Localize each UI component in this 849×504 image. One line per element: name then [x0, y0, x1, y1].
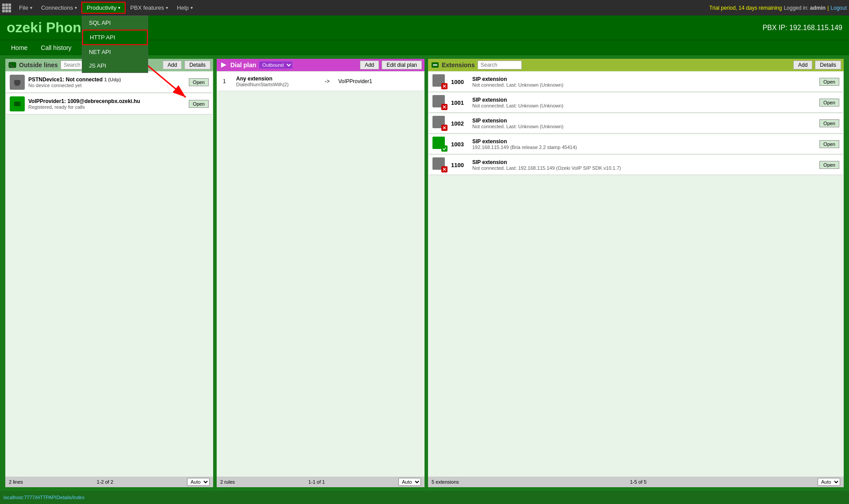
menubar: File ▾ Connections ▾ Productivity ▾ PBX … [0, 0, 849, 15]
pstn-device-open-button[interactable]: Open [189, 78, 209, 86]
extensions-details-button[interactable]: Details [815, 61, 841, 69]
ext-1003-badge [441, 145, 447, 152]
outside-line-item: VoIPProvider1: 1009@debrecenpbx.ozeki.hu… [6, 94, 212, 115]
svg-text:📞: 📞 [10, 63, 14, 68]
extension-item: 1002 SIP extension Not connected. Last: … [429, 114, 843, 134]
outside-lines-panel: 📞 Outside lines Add Details PSTNDevice1:… [5, 59, 213, 487]
nav-callhistory[interactable]: Call history [34, 42, 78, 53]
extensions-count: 5 extensions [432, 479, 459, 485]
extensions-header: Extensions Add Details [428, 59, 844, 71]
svg-marker-7 [221, 62, 226, 68]
menu-file[interactable]: File ▾ [15, 3, 37, 13]
extensions-pages: 1-5 of 5 [630, 479, 646, 485]
ext-1100-badge [441, 166, 447, 172]
ext-1001-icon-wrapper [432, 95, 447, 110]
ext-1001-badge [441, 104, 447, 110]
outside-lines-footer: 2 lines 1-2 of 2 Auto [5, 477, 213, 487]
ext-1000-open-button[interactable]: Open [819, 78, 839, 86]
extensions-footer: 5 extensions 1-5 of 5 Auto [428, 477, 844, 487]
nav-home[interactable]: Home [4, 42, 34, 53]
outside-lines-details-button[interactable]: Details [184, 61, 210, 69]
outside-line-item: PSTNDevice1: Not connected 1 (Udp) No de… [6, 72, 212, 93]
extensions-icon [431, 61, 440, 69]
dial-plan-footer: 2 rules 1-1 of 1 Auto [217, 477, 424, 487]
main-content: 📞 Outside lines Add Details PSTNDevice1:… [0, 55, 849, 491]
grid-icon[interactable] [2, 4, 11, 12]
dropdown-http-api[interactable]: HTTP API [82, 30, 148, 45]
ext-1003-icon-wrapper [432, 137, 447, 152]
extensions-auto-select[interactable]: Auto [818, 478, 840, 486]
outside-lines-icon: 📞 [8, 61, 17, 69]
outside-lines-pages: 1-2 of 2 [97, 479, 113, 485]
outside-lines-title: 📞 Outside lines [8, 61, 58, 69]
outside-lines-add-button[interactable]: Add [163, 61, 182, 69]
dial-plan-pages: 1-1 of 1 [308, 479, 325, 485]
ext-1002-open-button[interactable]: Open [819, 119, 839, 127]
trial-text: Trial period, 14 days remaining [709, 5, 782, 11]
ext-1100-open-button[interactable]: Open [819, 161, 839, 169]
pstn-icon [10, 75, 25, 90]
ext-1002-badge [441, 125, 447, 131]
extension-item: 1001 SIP extension Not connected. Last: … [429, 93, 843, 113]
extensions-add-button[interactable]: Add [793, 61, 812, 69]
dial-plan-count: 2 rules [220, 479, 235, 485]
pbx-ip: PBX IP: 192.168.115.149 [762, 24, 842, 32]
dial-plan-header: Dial plan Outbound Add Edit dial plan [217, 59, 424, 71]
dial-plan-panel: Dial plan Outbound Add Edit dial plan 1 … [217, 59, 424, 487]
trial-info: Trial period, 14 days remaining Logged i… [709, 5, 847, 11]
ext-1003-open-button[interactable]: Open [819, 140, 839, 148]
menu-connections[interactable]: Connections ▾ [37, 3, 81, 13]
dialplan-icon [219, 61, 228, 69]
extensions-panel: Extensions Add Details 1000 SIP extensio… [428, 59, 844, 487]
dial-plan-add-button[interactable]: Add [360, 61, 379, 69]
extension-item: 1100 SIP extension Not connected. Last: … [429, 155, 843, 175]
svg-rect-5 [15, 84, 19, 86]
svg-rect-4 [14, 80, 20, 84]
statusbar: localhost:7777/HTTPAPIDetails/Index [0, 491, 849, 504]
voip-provider-info: VoIPProvider1: 1009@debrecenpbx.ozeki.hu… [28, 98, 185, 110]
ext-1001-open-button[interactable]: Open [819, 99, 839, 107]
dial-plan-auto-select[interactable]: Auto [398, 478, 421, 486]
svg-rect-9 [433, 64, 437, 66]
voip-provider-open-button[interactable]: Open [189, 100, 209, 108]
extensions-search[interactable] [478, 61, 522, 69]
svg-rect-6 [14, 102, 20, 106]
ext-1002-icon-wrapper [432, 116, 447, 131]
ext-1000-badge [441, 83, 447, 89]
pstn-device-info: PSTNDevice1: Not connected 1 (Udp) No de… [28, 76, 185, 88]
dropdown-sql-api[interactable]: SQL API [82, 16, 148, 30]
menu-productivity[interactable]: Productivity ▾ [81, 2, 126, 14]
dropdown-net-api[interactable]: NET API [82, 45, 148, 59]
extension-item: 1003 SIP extension 192.168.115.149 (Bria… [429, 134, 843, 154]
dropdown-js-api[interactable]: JS API [82, 59, 148, 73]
voip-provider-icon [10, 96, 25, 111]
logged-in-label: Logged in: admin [784, 5, 826, 11]
outside-lines-auto-select[interactable]: Auto [187, 478, 210, 486]
extensions-content: 1000 SIP extension Not connected. Last: … [428, 71, 844, 477]
dial-plan-edit-button[interactable]: Edit dial plan [382, 61, 422, 69]
status-url: localhost:7777/HTTPAPIDetails/Index [4, 495, 84, 500]
dial-plan-content: 1 Any extension DialedNumStartsWith(2) -… [217, 71, 424, 477]
extension-item: 1000 SIP extension Not connected. Last: … [429, 72, 843, 92]
menu-help[interactable]: Help ▾ [172, 3, 197, 13]
outside-lines-content: PSTNDevice1: Not connected 1 (Udp) No de… [5, 71, 213, 477]
dial-plan-mode-select[interactable]: Outbound [259, 61, 293, 69]
dial-plan-title: Dial plan [219, 61, 256, 69]
menu-pbxfeatures[interactable]: PBX features ▾ [126, 3, 172, 13]
extensions-title: Extensions [431, 61, 475, 69]
logout-link[interactable]: Logout [830, 5, 847, 11]
productivity-dropdown: SQL API HTTP API NET API JS API [82, 15, 148, 73]
dial-plan-row: 1 Any extension DialedNumStartsWith(2) -… [218, 72, 424, 91]
ext-1000-icon-wrapper [432, 74, 447, 89]
outside-lines-count: 2 lines [9, 479, 23, 485]
ext-1100-icon-wrapper [432, 157, 447, 172]
